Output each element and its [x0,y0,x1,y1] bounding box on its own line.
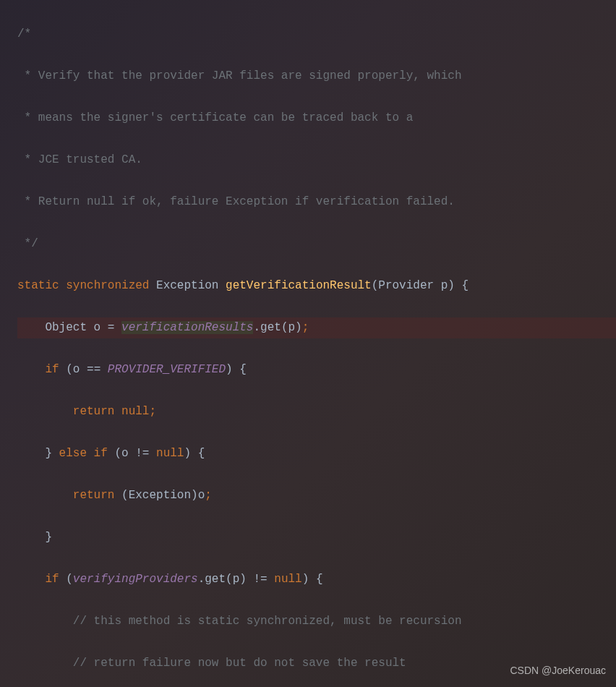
code-line: if (o == PROVIDER_VERIFIED) { [17,359,616,380]
code-line: /* [17,24,616,45]
code-line: // this method is static synchronized, m… [17,611,616,632]
code-editor[interactable]: /* * Verify that the provider JAR files … [0,0,616,687]
code-line: } else if (o != null) { [17,443,616,464]
code-line: if (verifyingProviders.get(p) != null) { [17,569,616,590]
code-line: */ [17,234,616,255]
code-line: return (Exception)o; [17,485,616,506]
code-line-highlighted: Object o = verificationResults.get(p); [17,317,616,338]
code-line: * means the signer's certificate can be … [17,108,616,129]
watermark: CSDN @JoeKerouac [510,660,607,681]
code-line: * Return null if ok, failure Exception i… [17,192,616,213]
code-line: return null; [17,401,616,422]
code-line: static synchronized Exception getVerific… [17,276,616,296]
code-line: } [17,527,616,548]
code-line: * JCE trusted CA. [17,150,616,171]
code-line: * Verify that the provider JAR files are… [17,66,616,87]
